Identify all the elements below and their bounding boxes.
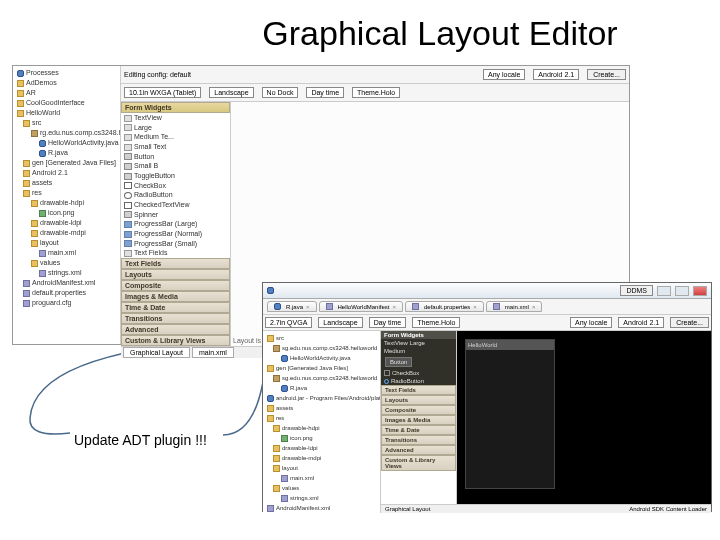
palette-widget[interactable]: Button (381, 355, 456, 369)
tree-item[interactable]: R.java (265, 383, 378, 393)
palette-widget[interactable]: Button (121, 152, 230, 162)
tree-item[interactable]: android.jar - Program Files/Android/plat… (265, 393, 378, 403)
tree-item[interactable]: HelloWorld (15, 108, 118, 118)
palette-category[interactable]: Text Fields (381, 385, 456, 395)
palette-category[interactable]: Composite (121, 280, 230, 291)
orient-select[interactable]: Landscape (209, 87, 253, 98)
palette-category[interactable]: Form Widgets (381, 331, 456, 339)
time-select[interactable]: Day time (306, 87, 344, 98)
tree-item[interactable]: icon.png (15, 208, 118, 218)
tab-close-icon[interactable]: × (392, 304, 396, 310)
tree-item[interactable]: AndroidManifest.xml (15, 278, 118, 288)
palette-category[interactable]: Time & Date (381, 425, 456, 435)
tree-item[interactable]: values (265, 483, 378, 493)
palette-widget[interactable]: CheckBox (381, 369, 456, 377)
tree-item[interactable]: src (265, 333, 378, 343)
palette-category[interactable]: Layouts (121, 269, 230, 280)
locale-select-2[interactable]: Any locale (570, 317, 612, 328)
layout-canvas-2[interactable]: HelloWorld (457, 331, 711, 504)
tree-item[interactable]: sg.edu.nus.comp.cs3248.helloworld (265, 373, 378, 383)
bottom-tab[interactable]: main.xml (192, 347, 234, 358)
maximize-icon[interactable] (675, 286, 689, 296)
palette-category[interactable]: Time & Date (121, 302, 230, 313)
tree-item[interactable]: layout (265, 463, 378, 473)
device-preview[interactable]: HelloWorld (465, 339, 555, 489)
palette-widget[interactable]: ProgressBar (Large) (121, 219, 230, 229)
bottom-tab-label[interactable]: Graphical Layout (385, 506, 430, 512)
palette-category[interactable]: Images & Media (381, 415, 456, 425)
tree-item[interactable]: sg.edu.nus.comp.cs3248.helloworld (265, 343, 378, 353)
tab-close-icon[interactable]: × (306, 304, 310, 310)
tree-item[interactable]: main.xml (265, 473, 378, 483)
tree-item[interactable]: AdDemos (15, 78, 118, 88)
palette-category[interactable]: Composite (381, 405, 456, 415)
palette-category[interactable]: Advanced (121, 324, 230, 335)
palette-widget[interactable]: ToggleButton (121, 171, 230, 181)
dock-select[interactable]: No Dock (262, 87, 299, 98)
tab-close-icon[interactable]: × (532, 304, 536, 310)
palette-widget[interactable]: TextView (121, 113, 230, 123)
palette-category[interactable]: Custom & Library Views (121, 335, 230, 346)
device-select[interactable]: 10.1in WXGA (Tablet) (124, 87, 201, 98)
tree-item[interactable]: drawable-mdpi (15, 228, 118, 238)
palette-category[interactable]: Transitions (381, 435, 456, 445)
orient-select-2[interactable]: Landscape (318, 317, 362, 328)
device-select-2[interactable]: 2.7in QVGA (265, 317, 312, 328)
package-explorer-1[interactable]: ProcessesAdDemosARCoolGoodInterfaceHello… (13, 66, 121, 344)
locale-select[interactable]: Any locale (483, 69, 525, 80)
tree-item[interactable]: strings.xml (265, 493, 378, 503)
tree-item[interactable]: res (265, 413, 378, 423)
widget-palette-1[interactable]: Form WidgetsTextViewLargeMedium Te...Sma… (121, 102, 231, 346)
bottom-tab[interactable]: Graphical Layout (123, 347, 190, 358)
tree-item[interactable]: assets (265, 403, 378, 413)
tree-item[interactable]: drawable-ldpi (265, 443, 378, 453)
tree-item[interactable]: drawable-hdpi (15, 198, 118, 208)
perspective-ddms[interactable]: DDMS (620, 285, 653, 296)
file-tab[interactable]: default.properties× (405, 301, 484, 312)
palette-widget[interactable]: Spinner (121, 210, 230, 220)
tree-item[interactable]: drawable-ldpi (15, 218, 118, 228)
package-explorer-2[interactable]: srcsg.edu.nus.comp.cs3248.helloworldHell… (263, 331, 381, 513)
tree-item[interactable]: assets (15, 178, 118, 188)
tree-item[interactable]: main.xml (15, 248, 118, 258)
tree-item[interactable]: AndroidManifest.xml (265, 503, 378, 513)
tree-item[interactable]: CoolGoodInterface (15, 98, 118, 108)
tree-item[interactable]: drawable-mdpi (265, 453, 378, 463)
create-btn-2[interactable]: Create... (670, 317, 709, 328)
tree-item[interactable]: proguard.cfg (15, 298, 118, 308)
tree-item[interactable]: gen [Generated Java Files] (15, 158, 118, 168)
tab-close-icon[interactable]: × (473, 304, 477, 310)
palette-category[interactable]: Transitions (121, 313, 230, 324)
palette-widget[interactable]: Large (121, 123, 230, 133)
tree-item[interactable]: src (15, 118, 118, 128)
time-select-2[interactable]: Day time (369, 317, 407, 328)
palette-widget[interactable]: ProgressBar (Small) (121, 239, 230, 249)
palette-widget[interactable]: Small B (121, 161, 230, 171)
palette-category[interactable]: Advanced (381, 445, 456, 455)
minimize-icon[interactable] (657, 286, 671, 296)
tree-item[interactable]: default.properties (15, 288, 118, 298)
palette-widget[interactable]: Medium (381, 347, 456, 355)
file-tab[interactable]: main.xml× (486, 301, 543, 312)
theme-select-2[interactable]: Theme.Holo (412, 317, 460, 328)
palette-category[interactable]: Custom & Library Views (381, 455, 456, 471)
palette-category[interactable]: Text Fields (121, 258, 230, 269)
tree-item[interactable]: R.java (15, 148, 118, 158)
tree-item[interactable]: AR (15, 88, 118, 98)
tree-item[interactable]: values (15, 258, 118, 268)
palette-category[interactable]: Form Widgets (121, 102, 230, 113)
tree-item[interactable]: drawable-hdpi (265, 423, 378, 433)
palette-widget[interactable]: ProgressBar (Normal) (121, 229, 230, 239)
palette-widget[interactable]: RadioButton (381, 377, 456, 385)
tree-item[interactable]: Processes (15, 68, 118, 78)
android-ver-select[interactable]: Android 2.1 (533, 69, 579, 80)
palette-widget[interactable]: Medium Te... (121, 132, 230, 142)
palette-widget[interactable]: CheckedTextView (121, 200, 230, 210)
theme-select[interactable]: Theme.Holo (352, 87, 400, 98)
palette-category[interactable]: Images & Media (121, 291, 230, 302)
widget-palette-2[interactable]: Form WidgetsTextView LargeMediumButtonCh… (381, 331, 457, 504)
tree-item[interactable]: strings.xml (15, 268, 118, 278)
file-tab[interactable]: HelloWorldManifest× (319, 301, 403, 312)
palette-category[interactable]: Layouts (381, 395, 456, 405)
tree-item[interactable]: rg.edu.nus.comp.cs3248.helloworld (15, 128, 118, 138)
